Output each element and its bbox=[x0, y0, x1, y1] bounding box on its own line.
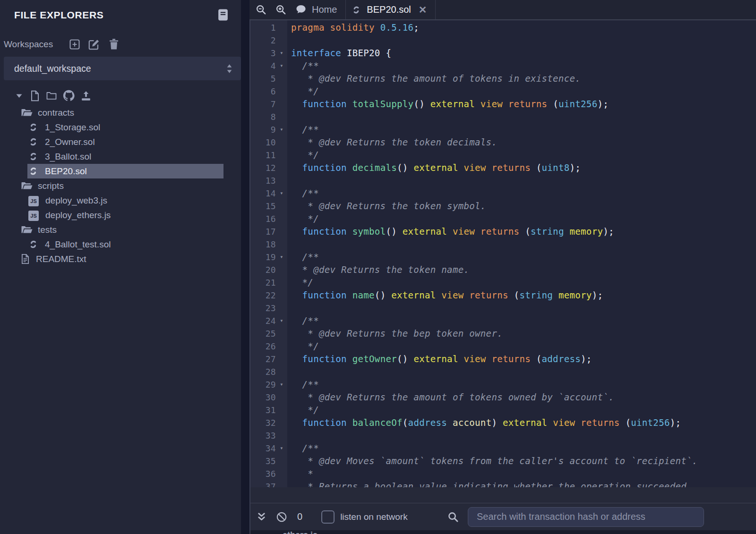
tab-bep20-sol[interactable]: BEP20.sol ✕ bbox=[346, 0, 435, 19]
tab-home-label: Home bbox=[312, 4, 337, 15]
clear-console-icon[interactable] bbox=[276, 511, 287, 523]
code-editor[interactable]: 1pragma solidity 0.5.16;23▾interface IBE… bbox=[249, 20, 756, 487]
tree-folder-scripts[interactable]: scripts bbox=[0, 178, 241, 193]
line-number: 25 bbox=[250, 327, 276, 340]
tree-item-label: 1_Storage.sol bbox=[45, 122, 100, 133]
workspace-selected-value: default_workspace bbox=[14, 63, 91, 74]
fold-caret-icon[interactable]: ▾ bbox=[276, 47, 287, 59]
tree-folder-contracts[interactable]: contracts bbox=[0, 105, 241, 120]
fold-caret-icon[interactable]: ▾ bbox=[276, 187, 287, 200]
code-line: 23 bbox=[250, 302, 756, 314]
tree-item-label: 3_Ballot.sol bbox=[45, 152, 91, 162]
tab-home[interactable]: Home bbox=[289, 0, 345, 19]
js-file-icon: JS bbox=[28, 210, 39, 221]
terminal-panel: 0 listen on network - ethers.js bbox=[249, 487, 756, 534]
panel-title: FILE EXPLORERS bbox=[14, 9, 103, 21]
fold-spacer bbox=[276, 110, 287, 123]
fold-caret-icon[interactable]: ▾ bbox=[276, 251, 287, 263]
tree-file-4_Ballot_test.sol[interactable]: 4_Ballot_test.sol bbox=[0, 237, 241, 252]
tree-item-label: BEP20.sol bbox=[45, 166, 87, 177]
code-line: 20 * @dev Returns the token name. bbox=[250, 263, 756, 276]
line-number: 35 bbox=[250, 455, 276, 467]
tree-item-label: contracts bbox=[38, 108, 74, 118]
tree-file-deploy_web3.js[interactable]: JSdeploy_web3.js bbox=[0, 193, 241, 208]
line-number: 36 bbox=[250, 467, 276, 480]
open-folder-icon bbox=[21, 108, 33, 118]
create-workspace-icon[interactable] bbox=[69, 39, 80, 50]
workspaces-row: Workspaces bbox=[4, 38, 241, 51]
changelog-book-icon[interactable] bbox=[217, 8, 229, 21]
line-number: 30 bbox=[250, 391, 276, 404]
close-tab-icon[interactable]: ✕ bbox=[419, 5, 427, 15]
code-text bbox=[287, 174, 291, 187]
tree-folder-tests[interactable]: tests bbox=[0, 222, 241, 237]
js-file-icon: JS bbox=[28, 195, 39, 206]
fold-spacer bbox=[276, 161, 287, 174]
code-line: 2 bbox=[250, 34, 756, 47]
solidity-icon bbox=[352, 5, 361, 15]
zoom-in-icon[interactable] bbox=[275, 4, 286, 15]
upload-icon[interactable] bbox=[80, 90, 92, 102]
fold-caret-icon[interactable]: ▾ bbox=[276, 378, 287, 391]
terminal-drag-handle[interactable] bbox=[250, 487, 756, 503]
transaction-search-input[interactable] bbox=[468, 507, 704, 527]
terminal-content: - ethers.js bbox=[250, 530, 756, 534]
tab-bar: Home BEP20.sol ✕ bbox=[249, 0, 756, 20]
code-line: 34▾ /** bbox=[250, 442, 756, 455]
code-text bbox=[287, 34, 291, 47]
line-number: 19 bbox=[250, 251, 276, 263]
code-text: */ bbox=[287, 340, 319, 353]
code-text: * @dev Returns the token symbol. bbox=[287, 200, 486, 212]
new-folder-icon[interactable] bbox=[46, 91, 57, 100]
solidity-icon bbox=[28, 122, 38, 132]
line-number: 7 bbox=[250, 98, 276, 110]
github-icon[interactable] bbox=[63, 90, 75, 102]
tree-file-3_Ballot.sol[interactable]: 3_Ballot.sol bbox=[0, 149, 241, 164]
fold-spacer bbox=[276, 34, 287, 47]
fold-spacer bbox=[276, 404, 287, 416]
code-line: 28 bbox=[250, 365, 756, 378]
code-line: 30 * @dev Returns the amount of tokens o… bbox=[250, 391, 756, 404]
solidity-icon bbox=[28, 137, 38, 147]
expand-terminal-icon[interactable] bbox=[258, 512, 266, 521]
code-line: 29▾ /** bbox=[250, 378, 756, 391]
code-text bbox=[287, 238, 291, 251]
transaction-count: 0 bbox=[297, 511, 302, 522]
code-line: 6 */ bbox=[250, 85, 756, 98]
fold-caret-icon[interactable]: ▾ bbox=[276, 442, 287, 455]
delete-workspace-icon[interactable] bbox=[109, 39, 119, 50]
new-file-icon[interactable] bbox=[30, 90, 40, 102]
code-text: * Returns a boolean value indicating whe… bbox=[287, 480, 692, 487]
code-line: 32 function balanceOf(address account) e… bbox=[250, 416, 756, 429]
fold-caret-icon[interactable]: ▾ bbox=[276, 123, 287, 136]
fold-spacer bbox=[276, 136, 287, 149]
fold-spacer bbox=[276, 391, 287, 404]
code-text: /** bbox=[287, 251, 319, 263]
panel-resize-divider[interactable] bbox=[241, 0, 249, 534]
tree-file-README.txt[interactable]: README.txt bbox=[0, 252, 241, 266]
code-line: 4▾ /** bbox=[250, 59, 756, 72]
code-text: pragma solidity 0.5.16; bbox=[287, 21, 419, 34]
fold-caret-icon[interactable]: ▾ bbox=[276, 314, 287, 327]
zoom-out-icon[interactable] bbox=[256, 4, 266, 15]
code-line: 12 function decimals() external view ret… bbox=[250, 161, 756, 174]
tree-file-deploy_ethers.js[interactable]: JSdeploy_ethers.js bbox=[0, 208, 241, 222]
tree-file-BEP20.sol[interactable]: BEP20.sol bbox=[27, 164, 223, 178]
tree-file-2_Owner.sol[interactable]: 2_Owner.sol bbox=[0, 135, 241, 149]
tree-file-1_Storage.sol[interactable]: 1_Storage.sol bbox=[0, 120, 241, 135]
collapse-tree-caret-icon[interactable] bbox=[16, 93, 23, 98]
rename-workspace-icon[interactable] bbox=[88, 38, 100, 51]
fold-spacer bbox=[276, 238, 287, 251]
workspaces-label: Workspaces bbox=[4, 39, 53, 50]
code-text bbox=[287, 365, 291, 378]
listen-on-network-checkbox[interactable] bbox=[321, 510, 335, 524]
fold-spacer bbox=[276, 276, 287, 289]
workspace-select[interactable]: default_workspace bbox=[4, 57, 241, 80]
fold-caret-icon[interactable]: ▾ bbox=[276, 59, 287, 72]
code-text: function totalSupply() external view ret… bbox=[287, 98, 609, 110]
code-text: * bbox=[287, 467, 313, 480]
code-line: 9▾ /** bbox=[250, 123, 756, 136]
fold-spacer bbox=[276, 212, 287, 225]
select-sort-arrows-icon bbox=[226, 64, 232, 74]
open-folder-icon bbox=[21, 181, 33, 191]
